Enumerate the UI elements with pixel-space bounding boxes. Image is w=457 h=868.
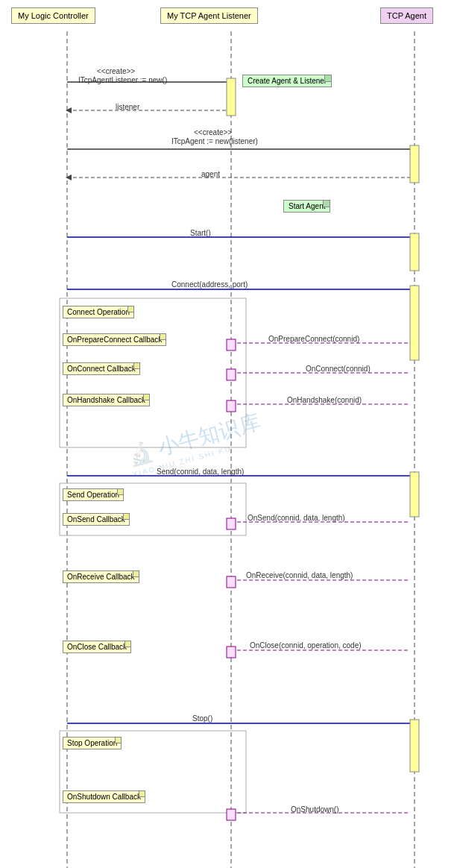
svg-marker-9 — [410, 146, 416, 152]
stop-op-box: Stop Operation — [63, 737, 122, 749]
actor-listener: My TCP Agent Listener — [160, 7, 258, 24]
on-send-cb-box: OnSend Callback — [63, 513, 130, 526]
on-receive-cb-box: OnReceive Callback — [63, 570, 139, 583]
create1-assign-label: ITcpAgentListener := new() — [78, 76, 167, 84]
svg-marker-4 — [227, 79, 233, 85]
on-receive-msg-label: OnReceive(connid, data, length) — [246, 571, 353, 579]
on-prepare-connect-cb-box: OnPrepareConnect Callback — [63, 333, 166, 346]
create1-stereo-label: <<create>> — [97, 67, 135, 75]
svg-marker-21 — [230, 340, 236, 346]
diagram-container: My Logic Controller My TCP Agent Listene… — [0, 0, 457, 868]
on-send-msg-label: OnSend(connid, data, length) — [248, 514, 345, 522]
create2-assign-label: ITcpAgent := new(listener) — [171, 137, 258, 145]
svg-rect-31 — [410, 472, 419, 517]
svg-rect-48 — [227, 809, 236, 820]
stop-call-label: Stop() — [192, 714, 212, 723]
on-handshake-cb-box: OnHandshake Callback — [63, 394, 150, 406]
on-close-cb-box: OnClose Callback — [63, 641, 131, 653]
on-shutdown-cb-box: OnShutdown Callback — [63, 790, 145, 803]
on-prepare-connect-msg-label: OnPrepareConnect(connid) — [268, 335, 359, 343]
listener-return-label: listener — [116, 103, 139, 111]
svg-marker-17 — [410, 286, 416, 292]
on-handshake-msg-label: OnHandshake(connid) — [287, 396, 362, 404]
svg-rect-28 — [227, 400, 236, 412]
svg-rect-41 — [227, 647, 236, 658]
start-call-label: Start() — [190, 229, 211, 237]
svg-marker-27 — [230, 401, 236, 407]
svg-marker-24 — [230, 370, 236, 376]
svg-marker-40 — [230, 647, 236, 653]
connect-op-box: Connect Operation — [63, 306, 134, 318]
svg-rect-12 — [410, 145, 419, 183]
svg-marker-30 — [410, 473, 416, 479]
svg-rect-25 — [227, 369, 236, 380]
actor-tcp-agent: TCP Agent — [380, 7, 433, 24]
svg-marker-43 — [410, 720, 416, 726]
svg-rect-15 — [410, 233, 419, 271]
svg-marker-37 — [230, 577, 236, 583]
svg-rect-38 — [227, 576, 236, 588]
svg-marker-11 — [66, 174, 72, 180]
start-agent-note: Start Agent — [283, 200, 330, 213]
agent-return-label: agent — [201, 170, 220, 178]
create-agent-note: Create Agent & Listener — [242, 75, 332, 87]
svg-marker-34 — [230, 519, 236, 525]
svg-rect-44 — [410, 720, 419, 772]
svg-rect-7 — [227, 78, 236, 116]
send-op-box: Send Operation — [63, 488, 124, 501]
svg-marker-14 — [410, 234, 416, 240]
on-connect-cb-box: OnConnect Callback — [63, 362, 140, 375]
svg-marker-47 — [230, 810, 236, 816]
svg-marker-6 — [66, 107, 72, 113]
on-shutdown-msg-label: OnShutdown() — [291, 805, 338, 814]
svg-rect-22 — [227, 339, 236, 350]
connect-call-label: Connect(address, port) — [171, 280, 248, 289]
on-connect-msg-label: OnConnect(connid) — [306, 365, 371, 373]
actor-logic: My Logic Controller — [11, 7, 95, 24]
on-close-msg-label: OnClose(connid, operation, code) — [250, 641, 362, 650]
create2-stereo-label: <<create>> — [194, 128, 232, 136]
send-call-label: Send(connid, data, length) — [157, 468, 244, 476]
svg-rect-35 — [227, 518, 236, 529]
svg-rect-18 — [410, 286, 419, 360]
